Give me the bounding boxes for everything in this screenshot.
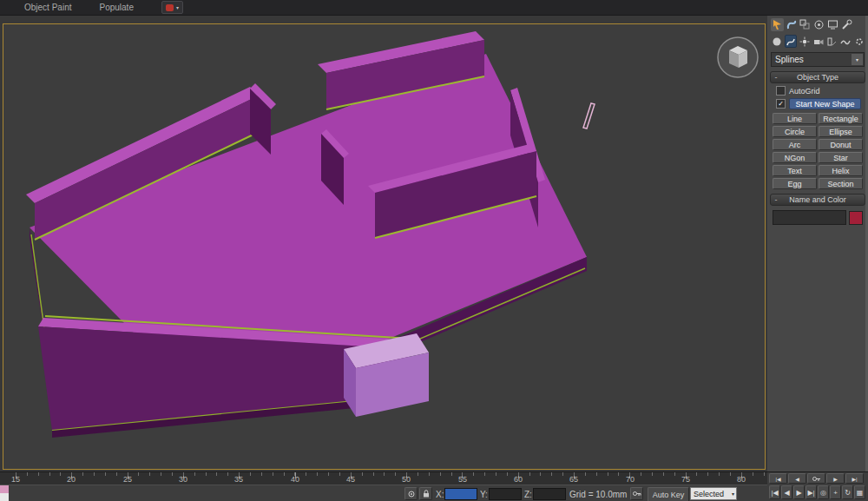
go-to-end-button[interactable]: ▶| (806, 485, 817, 499)
utilities-icon (841, 19, 852, 30)
play-animation-button[interactable]: ▶ (793, 485, 805, 499)
create-subcategories (767, 32, 868, 49)
chevron-down-icon[interactable]: ▾ (852, 54, 863, 65)
shape-category-value: Splines (772, 54, 852, 65)
ribbon-tab-populate[interactable]: Populate (99, 3, 133, 12)
autogrid-checkbox[interactable] (776, 86, 786, 96)
systems-subtab[interactable] (852, 35, 865, 48)
maxscript-mini-listener-pink[interactable] (0, 485, 9, 493)
shape-category-dropdown[interactable]: Splines ▾ (771, 52, 865, 67)
cameras-subtab[interactable] (812, 35, 825, 48)
motion-tab[interactable] (812, 18, 825, 31)
y-coordinate-field[interactable] (489, 488, 522, 500)
circle-button[interactable]: Circle (773, 126, 817, 137)
command-panel: Splines ▾ - Object Type AutoGrid ✓ Start… (767, 16, 868, 471)
object-name-input[interactable] (773, 210, 846, 225)
object-color-swatch[interactable] (849, 211, 863, 225)
lights-icon (799, 36, 810, 47)
auto-key-button[interactable]: Auto Key (648, 487, 689, 501)
next-key-button[interactable]: ▶ (826, 473, 845, 484)
star-button[interactable]: Star (819, 152, 863, 163)
collapse-icon: - (771, 73, 781, 82)
autogrid-label: AutoGrid (789, 87, 820, 96)
frame-number: 65 (569, 475, 578, 484)
ngon-button[interactable]: NGon (773, 152, 817, 163)
track-bar-ticks (0, 472, 767, 485)
frame-number: 35 (234, 475, 243, 484)
donut-button[interactable]: Donut (819, 139, 863, 150)
geometry-subtab[interactable] (771, 35, 784, 48)
frame-number: 30 (179, 475, 187, 484)
grid-size-readout: Grid = 10.0mm (569, 490, 627, 499)
x-coordinate-field[interactable] (444, 488, 477, 500)
autogrid-row: AutoGrid (767, 83, 868, 96)
create-tab[interactable] (771, 18, 784, 31)
isolate-selection-toggle[interactable] (404, 487, 418, 500)
previous-key-button[interactable]: ◀ (788, 473, 806, 484)
previous-frame-button[interactable]: ◀ (781, 485, 792, 499)
y-coordinate-label: Y: (480, 490, 488, 499)
z-coordinate-label: Z: (524, 490, 532, 499)
frame-number: 55 (458, 475, 467, 484)
isolate-selection-icon (407, 490, 416, 498)
spline-rectangle[interactable] (583, 103, 595, 129)
time-controls: |◀ ◀ ▶ ▶| |◀ ◀ ▶ ▶| ◎ + ↻ ▦ (767, 471, 868, 501)
maxscript-mini-listener-white[interactable] (0, 493, 9, 501)
command-panel-tabs (767, 16, 868, 32)
orbit-icon[interactable]: ↻ (842, 485, 853, 499)
perspective-viewport[interactable] (3, 23, 766, 470)
display-tab[interactable] (826, 18, 839, 31)
pan-icon[interactable]: + (830, 485, 841, 499)
object-type-rollout-body: AutoGrid ✓ Start New Shape Line Rectangl… (767, 83, 868, 189)
selection-lock-toggle[interactable] (419, 487, 432, 500)
space-warps-subtab[interactable] (839, 35, 852, 48)
frame-number: 45 (346, 475, 355, 484)
arc-button[interactable]: Arc (773, 139, 817, 150)
text-button[interactable]: Text (773, 165, 817, 176)
key-icon (632, 489, 641, 498)
frame-number: 75 (681, 475, 690, 484)
section-button[interactable]: Section (819, 178, 863, 189)
utilities-tab[interactable] (840, 18, 853, 31)
modify-tab[interactable] (785, 18, 798, 31)
key-step-controls: |◀ ◀ ▶ ▶| (769, 473, 864, 484)
3ds-max-window: Object Paint Populate ▾ (0, 0, 868, 501)
ribbon-tab-object-paint[interactable]: Object Paint (24, 3, 71, 12)
scene-canvas[interactable] (3, 24, 765, 469)
floor-plan-spline-object[interactable] (26, 31, 587, 438)
start-new-shape-row: ✓ Start New Shape (767, 96, 868, 109)
go-to-start-button[interactable]: |◀ (769, 485, 780, 499)
go-to-end-button[interactable]: ▶| (845, 473, 864, 484)
name-color-rollout-header[interactable]: - Name and Color (770, 194, 865, 206)
helix-button[interactable]: Helix (819, 165, 863, 176)
create-icon (772, 19, 783, 30)
start-new-shape-button[interactable]: Start New Shape (789, 98, 861, 109)
z-coordinate-field[interactable] (533, 488, 566, 500)
rectangle-button[interactable]: Rectangle (819, 113, 863, 124)
start-new-shape-checkbox[interactable]: ✓ (776, 99, 786, 109)
key-mode-toggle[interactable] (807, 473, 825, 484)
maximize-viewport-icon[interactable]: ▦ (854, 485, 865, 499)
viewcube[interactable] (718, 37, 758, 77)
hierarchy-tab[interactable] (799, 18, 812, 31)
line-button[interactable]: Line (773, 113, 817, 124)
track-bar[interactable]: 15 20 25 30 35 40 45 50 55 60 65 70 75 8… (0, 471, 767, 485)
go-to-start-button[interactable]: |◀ (769, 473, 787, 484)
modify-icon (786, 19, 797, 30)
egg-button[interactable]: Egg (773, 178, 817, 189)
lock-icon (422, 489, 431, 498)
set-key-button[interactable] (630, 487, 643, 500)
zoom-icon[interactable]: ◎ (818, 485, 829, 499)
key-filter-dropdown[interactable]: Selected ▾ (690, 487, 737, 500)
object-type-rollout-header[interactable]: - Object Type (770, 71, 865, 83)
ribbon-brush-dropdown[interactable]: ▾ (161, 1, 183, 14)
status-bar: X: Y: Z: Grid = 10.0mm Auto Key Selected… (0, 485, 767, 501)
frame-number: 70 (626, 475, 635, 484)
space-warps-icon (840, 36, 851, 47)
helpers-subtab[interactable] (825, 35, 838, 48)
shapes-subtab[interactable] (785, 35, 798, 48)
lights-subtab[interactable] (798, 35, 811, 48)
ellipse-button[interactable]: Ellipse (819, 126, 863, 137)
ribbon-bar: Object Paint Populate ▾ (0, 0, 868, 16)
cameras-icon (813, 36, 824, 47)
